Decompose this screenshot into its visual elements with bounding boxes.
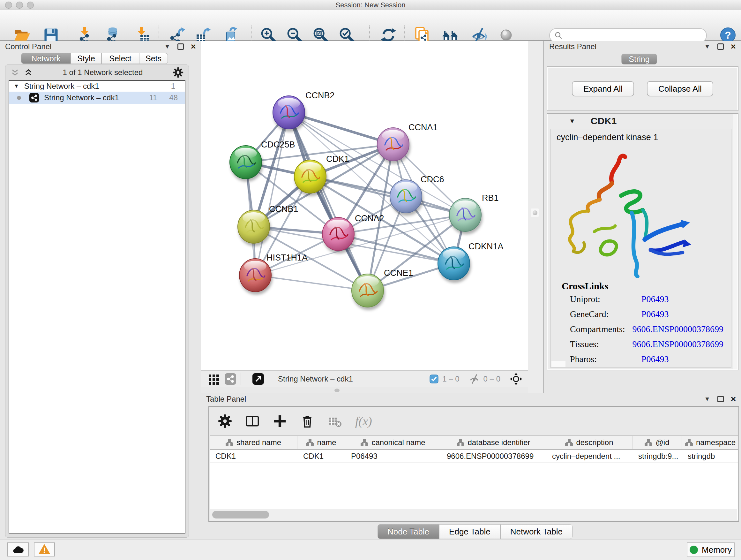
table-cell[interactable]: P06493	[345, 450, 441, 462]
node-CCNB2[interactable]	[273, 96, 305, 129]
network-row[interactable]: String Network – cdk1 11 48	[9, 91, 185, 104]
table-cell[interactable]: 9606.ENSP00000378699	[441, 450, 546, 462]
search-input[interactable]	[565, 31, 706, 40]
delete-table-icon	[328, 414, 342, 428]
crosslink-link[interactable]: P06493	[642, 354, 669, 364]
node-label: CDC25B	[261, 140, 295, 149]
tab-select[interactable]: Select	[102, 53, 139, 64]
network-badge-icon[interactable]	[225, 373, 236, 385]
collapse-all-button[interactable]: Collapse All	[647, 81, 713, 97]
crosslink-label: Pharos:	[570, 354, 642, 364]
node-CDKN1A[interactable]	[438, 247, 470, 280]
tab-style[interactable]: Style	[71, 53, 102, 64]
expand-all-icon[interactable]	[24, 68, 33, 77]
panel-close-icon[interactable]: ×	[731, 396, 736, 402]
crosslink-link[interactable]: P06493	[642, 294, 669, 304]
open-in-new-window-icon[interactable]	[253, 373, 264, 385]
gene-details: cyclin–dependent kinase 1	[550, 129, 731, 368]
panel-menu-caret-icon[interactable]: ▼	[704, 395, 711, 402]
node-CDC25B[interactable]	[230, 145, 262, 179]
horizontal-scrollbar[interactable]	[210, 509, 737, 520]
node-label: HIST1H1A	[266, 253, 308, 262]
node-CCNB1[interactable]	[238, 210, 270, 243]
scrollbar-thumb[interactable]	[212, 511, 269, 518]
expand-all-button[interactable]: Expand All	[572, 81, 634, 97]
column-header-database-identifier[interactable]: database identifier	[441, 436, 546, 449]
node-CCNA1[interactable]	[377, 128, 409, 161]
show-columns-icon[interactable]	[246, 414, 259, 428]
panel-float-icon[interactable]	[178, 44, 184, 50]
column-header--id[interactable]: @id	[632, 436, 682, 449]
selected-checkbox-icon[interactable]	[429, 374, 439, 383]
tab-node-table[interactable]: Node Table	[378, 524, 439, 539]
crosslink-row: Uniprot: P06493	[551, 292, 724, 307]
string-network-icon	[29, 93, 39, 103]
crosslink-label: Compartments:	[570, 324, 632, 334]
table-tabs: Node Table Edge Table Network Table	[378, 524, 572, 539]
tree-expander-icon[interactable]: ▼	[14, 83, 19, 89]
panel-close-icon[interactable]: ×	[731, 44, 736, 50]
column-header-description[interactable]: description	[546, 436, 632, 449]
node-RB1[interactable]	[449, 198, 481, 232]
node-CDC6[interactable]	[390, 180, 422, 213]
gene-expander-icon[interactable]: ▼	[569, 118, 576, 125]
delete-column-icon[interactable]	[300, 414, 314, 428]
gene-description: cyclin–dependent kinase 1	[551, 129, 731, 142]
panel-float-icon[interactable]	[718, 396, 724, 402]
panel-close-icon[interactable]: ×	[191, 44, 196, 50]
table-cell[interactable]: CDK1	[297, 450, 345, 462]
crosslink-row: Pharos: P06493	[551, 352, 724, 367]
network-canvas[interactable]: CCNB2CCNA1CDC25BCDK1CDC6RB1CCNB1CCNA2CDK…	[201, 41, 528, 370]
scrollbar-corner	[551, 361, 565, 367]
node-CDK1[interactable]	[294, 160, 326, 193]
splitter-handle[interactable]	[334, 388, 340, 392]
tab-network-table[interactable]: Network Table	[500, 524, 572, 539]
hidden-eye-slash-icon[interactable]	[469, 374, 480, 384]
network-label: String Network – cdk1	[44, 93, 149, 102]
add-column-icon[interactable]	[273, 414, 287, 428]
vertical-scrollbar[interactable]	[733, 114, 737, 369]
column-header-name[interactable]: name	[297, 436, 345, 449]
cloud-status-button[interactable]	[7, 543, 29, 557]
crosslink-label: GeneCard:	[570, 309, 642, 319]
panel-menu-caret-icon[interactable]: ▼	[704, 43, 711, 50]
node-CCNA2[interactable]	[322, 217, 354, 251]
column-header-canonical-name[interactable]: canonical name	[345, 436, 441, 449]
tab-edge-table[interactable]: Edge Table	[439, 524, 500, 539]
node-CCNE1[interactable]	[352, 274, 384, 307]
titlebar: Session: New Session	[0, 0, 741, 10]
table-cell[interactable]: stringdb	[682, 450, 739, 462]
horizontal-splitter[interactable]	[201, 387, 528, 393]
panel-menu-caret-icon[interactable]: ▼	[164, 43, 171, 50]
edge-CCNB2-CCNE1[interactable]	[289, 112, 367, 291]
crosslink-link[interactable]: 9606.ENSP00000378699	[632, 339, 724, 349]
edge-CCNB2-HIST1H1A[interactable]	[255, 112, 289, 275]
table-cell[interactable]: stringdb:9...	[632, 450, 682, 462]
panel-float-icon[interactable]	[718, 44, 724, 50]
network-options-gear-icon[interactable]	[173, 67, 184, 78]
vertical-splitter[interactable]	[528, 41, 544, 393]
tab-sets[interactable]: Sets	[139, 53, 168, 64]
crosslink-link[interactable]: 9606.ENSP00000378699	[632, 324, 724, 334]
svg-text:?: ?	[725, 29, 731, 41]
column-header-namespace[interactable]: namespace	[682, 436, 739, 449]
table-options-gear-icon[interactable]	[218, 414, 232, 428]
node-HIST1H1A[interactable]	[239, 259, 271, 292]
edge-HIST1H1A-CCNE1[interactable]	[255, 275, 367, 291]
table-cell[interactable]: cyclin–dependent ...	[546, 450, 632, 462]
grid-view-icon[interactable]	[208, 373, 219, 385]
column-header-shared-name[interactable]: shared name	[210, 436, 297, 449]
tab-string[interactable]: String	[621, 54, 657, 64]
tab-network[interactable]: Network	[21, 53, 71, 64]
network-status-dot	[17, 96, 21, 100]
splitter-handle[interactable]	[531, 208, 539, 217]
gene-details-box: ▼ CDK1 cyclin–dependent kinase 1	[547, 113, 738, 370]
table-cell[interactable]: CDK1	[210, 450, 297, 462]
crosslink-link[interactable]: P06493	[642, 309, 669, 319]
warning-status-button[interactable]	[34, 543, 55, 557]
network-collection-row[interactable]: ▼ String Network – cdk1 1	[9, 81, 185, 91]
window-title: Session: New Session	[0, 1, 741, 9]
birdseye-crosshair-icon[interactable]	[510, 373, 522, 385]
collapse-all-icon[interactable]	[10, 68, 19, 77]
memory-button[interactable]: Memory	[687, 543, 735, 557]
